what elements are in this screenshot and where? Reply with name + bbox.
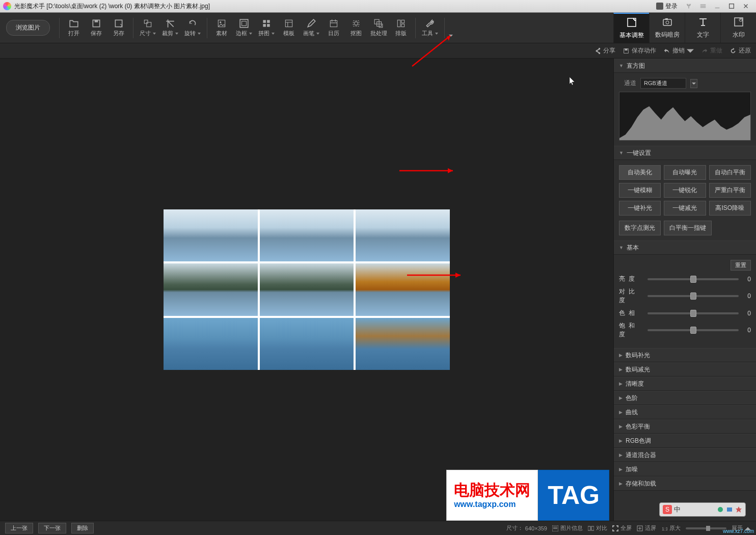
section-通道混合器[interactable]: 通道混合器 [614,448,756,462]
svg-rect-21 [397,20,400,26]
close-button[interactable] [739,2,753,11]
svg-rect-28 [735,18,743,26]
section-数码补光[interactable]: 数码补光 [614,348,756,362]
section-清晰度[interactable]: 清晰度 [614,377,756,391]
tool-工具[interactable]: 工具 [419,13,441,43]
oneclick-自动曝光[interactable]: 自动曝光 [664,165,706,180]
svg-rect-41 [588,526,590,530]
tool-旋转-icon [187,18,198,29]
slider-value-对 比 度: 0 [742,292,751,300]
compare-button[interactable]: 对比 [588,524,607,532]
prev-image-button[interactable]: 上一张 [5,523,33,533]
svg-rect-42 [591,526,594,530]
tool-裁剪[interactable]: 裁剪 [159,13,181,43]
tool-保存[interactable]: 保存 [85,13,107,43]
channel-select[interactable]: RGB通道 [640,78,686,89]
share-button[interactable]: 分享 [594,46,615,55]
slider-对 比 度[interactable] [647,295,739,297]
section-曲线[interactable]: 曲线 [614,405,756,419]
tab-水印[interactable]: 水印 [720,13,756,43]
canvas[interactable] [0,59,613,521]
tab-基本调整[interactable]: 基本调整 [613,13,649,43]
tool-拼图[interactable]: 拼图 [255,13,278,43]
histogram-section-header[interactable]: 直方图 [614,59,756,73]
tool-边框[interactable]: 边框 [233,13,255,43]
pin-button[interactable] [682,2,696,11]
tool-批处理[interactable]: 批处理 [367,13,390,43]
oneclick-一键模糊[interactable]: 一键模糊 [619,183,661,198]
histogram-display [619,92,751,141]
oneclick-白平衡一指键[interactable]: 白平衡一指键 [664,221,712,235]
tool-打开[interactable]: 打开 [63,13,85,43]
login-button[interactable]: 登录 [652,2,682,11]
delete-button[interactable]: 删除 [71,523,94,533]
svg-rect-31 [625,48,627,50]
svg-point-26 [666,21,669,24]
tool-画笔[interactable]: 画笔 [300,13,322,43]
oneclick-一键补光[interactable]: 一键补光 [619,201,661,216]
oneclick-一键锐化[interactable]: 一键锐化 [664,183,706,198]
oneclick-数字点测光[interactable]: 数字点测光 [619,221,661,235]
slider-亮    度[interactable] [647,278,739,280]
tool-抠图[interactable]: 抠图 [345,13,367,43]
tool-素材[interactable]: 素材 [210,13,233,43]
svg-point-45 [718,507,723,512]
section-色彩平衡[interactable]: 色彩平衡 [614,419,756,434]
tool-日历[interactable]: 日历 [322,13,345,43]
oneclick-section-header[interactable]: 一键设置 [614,146,756,160]
svg-rect-4 [115,20,122,26]
reset-button[interactable]: 重置 [731,260,751,271]
ime-badge: S中 [659,502,746,517]
image-info-button[interactable]: 图片信息 [552,524,583,532]
basic-section-header[interactable]: 基本 [614,240,756,255]
minimize-button[interactable] [710,2,724,11]
slider-色    相[interactable] [647,312,739,314]
section-数码减光[interactable]: 数码减光 [614,362,756,377]
section-存储和加载[interactable]: 存储和加载 [614,476,756,491]
oneclick-自动美化[interactable]: 自动美化 [619,165,661,180]
original-size-button[interactable]: 1:1原大 [661,524,681,532]
slider-饱 和 度[interactable] [647,329,739,331]
svg-rect-12 [267,20,270,23]
tool-模板[interactable]: 模板 [278,13,300,43]
channel-label: 通道 [619,79,636,88]
oneclick-自动白平衡[interactable]: 自动白平衡 [709,165,751,180]
browse-images-button[interactable]: 浏览图片 [6,20,50,36]
tool-保存-icon [91,18,101,29]
save-action-button[interactable]: 保存动作 [623,46,656,55]
tool-日历-icon [329,18,339,29]
section-加噪[interactable]: 加噪 [614,462,756,476]
tool-排版-icon [396,18,406,29]
fullscreen-button[interactable]: 全屏 [612,524,632,532]
app-title: 光影魔术手 [D:\tools\桌面\work (2) \work (0) 素材… [14,2,210,11]
redo-button[interactable]: 重做 [701,46,722,55]
svg-rect-5 [144,20,148,23]
next-image-button[interactable]: 下一张 [38,523,66,533]
svg-rect-46 [727,507,732,512]
settings-menu-button[interactable] [696,2,710,11]
oneclick-一键减光[interactable]: 一键减光 [664,201,706,216]
oneclick-高ISO降噪[interactable]: 高ISO降噪 [709,201,751,216]
undo-button[interactable]: 撤销 [663,46,694,55]
tool-另存[interactable]: 另存 [107,13,130,43]
tool-裁剪-icon [165,18,175,29]
maximize-button[interactable] [724,2,739,11]
tab-数码暗房[interactable]: 数码暗房 [649,13,685,43]
section-RGB色调[interactable]: RGB色调 [614,434,756,448]
tab-文字[interactable]: 文字 [685,13,720,43]
svg-rect-10 [242,21,247,26]
tab-数码暗房-icon [662,16,673,29]
tool-素材-icon [217,18,227,29]
oneclick-严重白平衡[interactable]: 严重白平衡 [709,183,751,198]
toolbar-expand[interactable] [448,13,454,43]
channel-dropdown[interactable] [690,79,697,88]
tool-旋转[interactable]: 旋转 [181,13,204,43]
fit-screen-button[interactable]: 适屏 [637,524,656,532]
zoom-slider[interactable] [686,527,726,529]
tool-尺寸[interactable]: 尺寸 [137,13,159,43]
tool-排版[interactable]: 排版 [390,13,412,43]
section-色阶[interactable]: 色阶 [614,391,756,405]
svg-rect-39 [553,527,557,527]
svg-rect-1 [730,4,734,9]
restore-button[interactable]: 还原 [730,46,751,55]
